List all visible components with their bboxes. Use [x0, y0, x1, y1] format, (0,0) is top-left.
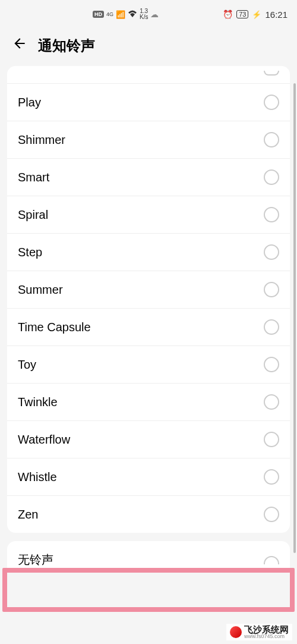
- network-type: 4G: [106, 12, 113, 17]
- signal-icon: 📶: [116, 10, 125, 19]
- cloud-icon: ☁: [150, 10, 159, 19]
- list-item[interactable]: Toy: [7, 346, 290, 384]
- radio-icon: [264, 244, 279, 260]
- watermark-name: 飞沙系统网: [244, 625, 289, 634]
- radio-icon: [264, 95, 279, 110]
- wifi-icon: [128, 10, 137, 19]
- ringtone-label: Toy: [18, 358, 36, 372]
- page-header: 通知铃声: [0, 29, 297, 66]
- radio-icon: [264, 71, 279, 76]
- radio-icon: [264, 169, 279, 185]
- ringtone-label: Play: [18, 96, 41, 109]
- hd-badge: HD: [93, 11, 104, 18]
- list-item[interactable]: Summer: [7, 271, 290, 309]
- radio-icon: [264, 432, 279, 447]
- highlight-annotation: [2, 568, 295, 612]
- list-item[interactable]: Step: [7, 234, 290, 271]
- ringtone-label: Whistle: [18, 470, 57, 484]
- ringtone-label: Spiral: [18, 208, 48, 222]
- list-item[interactable]: Twinkle: [7, 384, 290, 421]
- status-bar: HD 4G 📶 1.3 K/s ☁ ⏰ 73 ⚡ 16:21: [0, 0, 297, 29]
- radio-icon: [264, 132, 279, 147]
- list-item[interactable]: Smart: [7, 159, 290, 196]
- ringtone-label: Summer: [18, 283, 63, 297]
- radio-icon: [264, 319, 279, 335]
- radio-icon: [264, 207, 279, 222]
- ringtone-label: Smart: [18, 171, 49, 184]
- radio-icon: [264, 357, 279, 372]
- radio-icon: [264, 469, 279, 485]
- alarm-icon: ⏰: [223, 10, 233, 19]
- status-left: HD 4G 📶 1.3 K/s ☁: [93, 8, 159, 20]
- ringtone-label: Waterflow: [18, 433, 70, 447]
- charging-icon: ⚡: [252, 10, 261, 19]
- ringtone-label: Zen: [18, 508, 38, 522]
- ringtone-label: Shimmer: [18, 133, 65, 147]
- radio-icon: [264, 556, 279, 564]
- radio-icon: [264, 282, 279, 297]
- list-item[interactable]: Play: [7, 84, 290, 121]
- no-sound-label: 无铃声: [18, 552, 53, 568]
- watermark-url: www.fs0745.com: [244, 634, 289, 639]
- no-sound-item[interactable]: 无铃声: [7, 541, 290, 571]
- back-button[interactable]: [12, 36, 27, 55]
- list-item[interactable]: Zen: [7, 496, 290, 533]
- battery-indicator: 73: [236, 10, 248, 18]
- scrollbar[interactable]: [293, 83, 296, 553]
- list-item[interactable]: Shimmer: [7, 121, 290, 159]
- ringtone-label: Time Capsule: [18, 321, 91, 334]
- list-item[interactable]: .: [7, 66, 290, 84]
- watermark-logo-icon: [230, 626, 242, 638]
- net-speed: 1.3 K/s: [140, 8, 148, 20]
- status-right: ⏰ 73 ⚡ 16:21: [223, 10, 287, 20]
- ringtone-label: Twinkle: [18, 395, 58, 409]
- ringtone-list: . Play Shimmer Smart Spiral Step Summer …: [7, 66, 290, 533]
- radio-icon: [264, 394, 279, 410]
- list-item[interactable]: Time Capsule: [7, 309, 290, 346]
- list-item[interactable]: Whistle: [7, 458, 290, 496]
- list-item[interactable]: Waterflow: [7, 421, 290, 458]
- page-title: 通知铃声: [38, 36, 95, 55]
- ringtone-label: Step: [18, 246, 42, 259]
- list-item[interactable]: Spiral: [7, 196, 290, 234]
- radio-icon: [264, 507, 279, 522]
- clock-time: 16:21: [265, 10, 287, 20]
- watermark: 飞沙系统网 www.fs0745.com: [226, 624, 292, 640]
